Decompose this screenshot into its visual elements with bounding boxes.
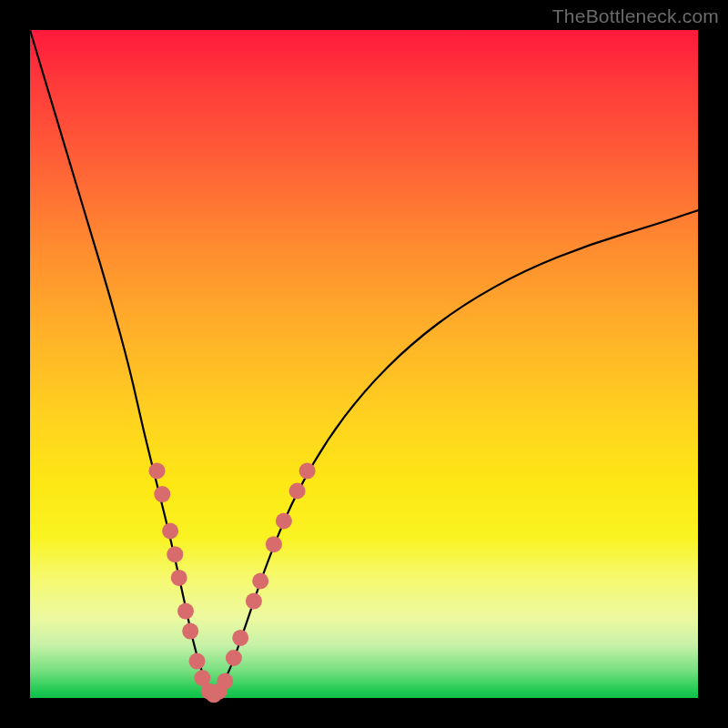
sample-point xyxy=(149,462,166,479)
sample-point xyxy=(167,546,183,562)
sample-point xyxy=(266,536,282,552)
sample-point xyxy=(154,486,170,502)
watermark-text: TheBottleneck.com xyxy=(552,5,719,27)
sample-point xyxy=(252,573,268,590)
sample-point xyxy=(171,570,187,586)
sample-point xyxy=(182,623,198,640)
sample-point xyxy=(276,513,292,530)
sample-point xyxy=(177,603,194,620)
sample-point xyxy=(289,483,306,500)
chart-frame: TheBottleneck.com xyxy=(0,0,728,728)
sample-point xyxy=(246,593,262,610)
sample-point xyxy=(217,673,233,690)
sample-point xyxy=(162,523,178,540)
sample-point xyxy=(189,653,206,670)
sample-point xyxy=(232,630,248,646)
bottleneck-curve xyxy=(30,30,698,691)
sample-points-group xyxy=(149,462,316,703)
sample-point xyxy=(226,650,242,666)
sample-point xyxy=(299,462,316,479)
chart-overlay xyxy=(30,30,698,698)
